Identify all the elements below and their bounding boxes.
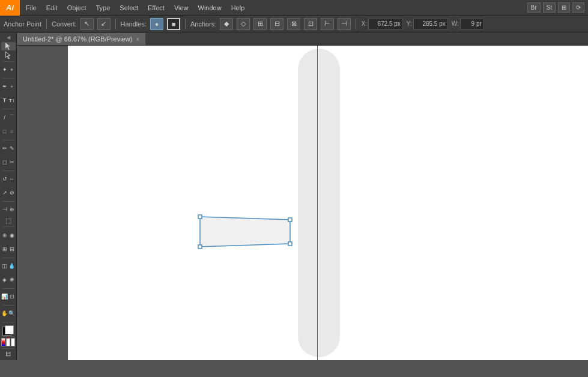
options-bar: Anchor Point Convert: ↖ ↙ Handles: ● ■ A… <box>0 16 588 32</box>
tool-screen-mode[interactable]: ⊟ <box>1 350 16 358</box>
w-label: W: <box>452 20 459 27</box>
handles-label: Handles: <box>121 20 147 28</box>
tool-symbol[interactable]: ❋ <box>8 273 16 286</box>
tool-free-transform[interactable]: ⬚ <box>1 217 16 225</box>
menu-effect[interactable]: Effect <box>143 0 169 15</box>
tool-zoom[interactable]: 🔍 <box>8 307 16 320</box>
tool-lasso[interactable]: ⌖ <box>8 63 16 76</box>
document-tab[interactable]: Untitled-2* @ 66.67% (RGB/Preview) × <box>17 33 146 45</box>
canvas-content[interactable] <box>17 46 588 360</box>
handles-square-btn[interactable]: ■ <box>167 18 180 30</box>
menu-right: Br St ⊞ ⟳ <box>527 2 588 13</box>
tool-line[interactable]: / <box>1 111 8 124</box>
selected-shape[interactable] <box>194 199 302 253</box>
left-toolbar: ◀ ✦ ⌖ ✒ + T T↕ / ⌒ <box>0 32 17 360</box>
convert-btn-2[interactable]: ↙ <box>97 18 111 30</box>
separator-3 <box>185 19 186 29</box>
anchors-btn-1[interactable]: ◆ <box>220 18 233 30</box>
tool-select[interactable] <box>1 42 16 50</box>
x-input[interactable] <box>368 19 403 29</box>
tool-live-paint[interactable]: ◉ <box>8 229 16 242</box>
anchors-btn-8[interactable]: ⊣ <box>338 18 351 30</box>
tool-scissors[interactable]: ✂ <box>8 155 16 169</box>
y-input[interactable] <box>413 19 448 29</box>
tab-title: Untitled-2* @ 66.67% (RGB/Preview) <box>23 35 132 43</box>
menu-object[interactable]: Object <box>62 0 91 15</box>
tool-arc[interactable]: ⌒ <box>8 111 16 124</box>
tool-vertical-type[interactable]: T↕ <box>8 94 16 107</box>
anchors-btn-7[interactable]: ⊢ <box>321 18 334 30</box>
menu-help[interactable]: Help <box>226 0 250 15</box>
anchor-point-label: Anchor Point <box>4 20 41 28</box>
anchors-btn-6[interactable]: ⊡ <box>304 18 317 30</box>
tool-gradient[interactable]: ◫ <box>1 259 8 273</box>
y-coord: Y: <box>407 19 448 29</box>
anchors-btn-3[interactable]: ⊞ <box>253 18 267 30</box>
svg-rect-6 <box>198 215 202 219</box>
tool-perspective[interactable]: ⊞ <box>1 243 8 256</box>
color-mode-btn[interactable] <box>1 338 5 346</box>
convert-label: Convert: <box>52 20 77 28</box>
anchors-btn-2[interactable]: ◇ <box>237 18 250 30</box>
tool-width[interactable]: ⊣ <box>1 203 8 216</box>
tool-graph[interactable]: 📊 <box>1 290 8 303</box>
tool-direct-select[interactable] <box>1 51 16 59</box>
rotation-button[interactable]: ⟳ <box>572 2 584 13</box>
convert-btn-1[interactable]: ↖ <box>80 18 94 30</box>
w-input[interactable] <box>460 19 484 29</box>
svg-rect-5 <box>288 242 292 246</box>
svg-marker-0 <box>5 43 10 50</box>
anchors-btn-4[interactable]: ⊟ <box>270 18 283 30</box>
w-coord: W: <box>452 19 484 29</box>
separator-1 <box>46 19 47 29</box>
tool-scale[interactable]: ↗ <box>1 186 8 199</box>
bridge-button[interactable]: Br <box>527 2 541 13</box>
tool-shape-builder[interactable]: ⊕ <box>1 229 8 242</box>
tool-pencil[interactable]: ✎ <box>8 142 16 155</box>
none-mode-btn[interactable] <box>6 338 10 346</box>
tool-eyedropper[interactable]: 💧 <box>8 259 16 273</box>
stock-button[interactable]: St <box>543 2 556 13</box>
tool-pen[interactable]: ✒ <box>1 80 8 93</box>
menu-view[interactable]: View <box>169 0 193 15</box>
menu-type[interactable]: Type <box>91 0 115 15</box>
svg-marker-2 <box>200 217 290 247</box>
separator-4 <box>356 19 356 29</box>
menu-bar: Ai File Edit Object Type Select Effect V… <box>0 0 588 16</box>
separator-2 <box>115 19 116 29</box>
x-label: X: <box>361 20 366 27</box>
workspace-switcher[interactable]: ⊞ <box>558 2 570 13</box>
tab-close-button[interactable]: × <box>136 36 139 43</box>
fill-swatch[interactable] <box>5 325 14 334</box>
tool-puppet-warp[interactable]: ⊕ <box>8 203 16 216</box>
tool-pen-add[interactable]: + <box>8 80 16 93</box>
tool-rotate[interactable]: ↺ <box>1 172 8 185</box>
canvas-area[interactable]: Untitled-2* @ 66.67% (RGB/Preview) × <box>17 32 588 360</box>
tool-mesh[interactable]: ⊟ <box>8 243 16 256</box>
tool-hand[interactable]: ✋ <box>1 307 8 320</box>
anchors-label: Anchors: <box>190 20 216 28</box>
tool-magic-wand[interactable]: ✦ <box>1 63 8 76</box>
anchors-btn-5[interactable]: ⊠ <box>287 18 300 30</box>
tool-type[interactable]: T <box>1 94 8 107</box>
menu-window[interactable]: Window <box>193 0 226 15</box>
tool-paintbrush[interactable]: ✏ <box>1 142 8 155</box>
tab-bar: Untitled-2* @ 66.67% (RGB/Preview) × <box>17 32 588 46</box>
toolbar-collapse[interactable]: ◀ <box>7 35 10 40</box>
handles-btn[interactable]: ● <box>150 18 163 30</box>
svg-marker-1 <box>5 52 10 59</box>
tool-shear[interactable]: ⊘ <box>8 186 16 199</box>
menu-file[interactable]: File <box>21 0 41 15</box>
menu-edit[interactable]: Edit <box>41 0 62 15</box>
tool-rect[interactable]: □ <box>1 125 8 138</box>
menu-select[interactable]: Select <box>115 0 143 15</box>
y-label: Y: <box>407 20 412 27</box>
tool-artboard[interactable]: ⊡ <box>8 290 16 303</box>
tool-blend[interactable]: ◈ <box>1 273 8 286</box>
color-mode <box>1 338 16 346</box>
color-swatches <box>1 325 16 328</box>
tool-eraser[interactable]: ◻ <box>1 155 8 169</box>
tool-ellipse[interactable]: ○ <box>8 125 16 138</box>
white-mode-btn[interactable] <box>11 338 15 346</box>
tool-reflect[interactable]: ↔ <box>8 172 16 185</box>
